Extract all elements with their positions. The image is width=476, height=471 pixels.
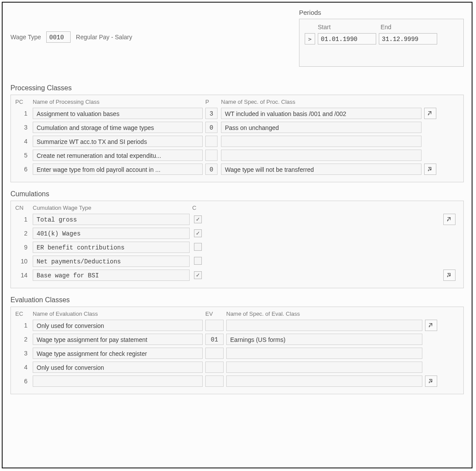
ec-name-field[interactable]: Only used for conversion xyxy=(33,362,203,373)
header-row: Wage Type 0010 Regular Pay - Salary Peri… xyxy=(10,9,464,67)
ec-header-ec: EC xyxy=(15,311,30,317)
periods-box: Start End > 01.01.1990 31.12.9999 xyxy=(299,19,464,67)
cu-name-field[interactable]: Total gross xyxy=(33,214,190,225)
cu-checkbox[interactable] xyxy=(194,243,202,251)
scroll-up-icon[interactable] xyxy=(424,108,436,119)
evaluation-class-row: 4Only used for conversion xyxy=(15,362,459,373)
cu-name-field[interactable]: Base wage for BSI xyxy=(33,270,190,281)
periods-start-label: Start xyxy=(318,24,376,31)
ec-number: 4 xyxy=(15,364,30,371)
cu-header-c: C xyxy=(192,205,207,211)
ec-ev-code-field[interactable] xyxy=(205,348,224,359)
ec-ev-code-field[interactable] xyxy=(205,362,224,373)
pc-spec-code-field[interactable]: 0 xyxy=(205,164,218,175)
ec-name-field[interactable] xyxy=(33,375,203,387)
ec-ev-code-field[interactable] xyxy=(205,375,224,387)
scroll-down-icon[interactable] xyxy=(443,270,456,281)
periods-row: > 01.01.1990 31.12.9999 xyxy=(305,33,458,44)
cumulation-row: 1Total gross xyxy=(15,214,459,225)
scroll-up-icon[interactable] xyxy=(443,214,456,225)
pc-spec-name-field[interactable]: WT included in valuation basis /001 and … xyxy=(221,108,422,119)
processing-class-row: 5Create net remuneration and total expen… xyxy=(15,150,459,161)
wage-type-name: Regular Pay - Salary xyxy=(76,34,132,41)
cumulation-row: 10Net payments/Deductions xyxy=(15,256,459,267)
ec-ev-code-field[interactable] xyxy=(205,320,224,331)
cu-checkbox[interactable] xyxy=(194,215,202,223)
cu-header-name: Cumulation Wage Type xyxy=(33,205,190,211)
pc-name-field[interactable]: Create net remuneration and total expend… xyxy=(33,150,203,161)
cu-checkbox[interactable] xyxy=(194,257,202,265)
cumulations-title: Cumulations xyxy=(10,190,464,198)
pc-spec-code-field[interactable]: 0 xyxy=(205,122,218,133)
cumulation-row: 9ER benefit contributions xyxy=(15,242,459,253)
period-start-input[interactable]: 01.01.1990 xyxy=(318,33,376,44)
processing-class-row: 6Enter wage type from old payroll accoun… xyxy=(15,164,459,175)
ec-spec-name-field[interactable]: Earnings (US forms) xyxy=(226,334,422,345)
pc-number: 5 xyxy=(15,152,30,159)
ec-spec-name-field[interactable] xyxy=(226,375,422,387)
cu-checkbox[interactable] xyxy=(194,229,202,237)
ec-name-field[interactable]: Wage type assignment for check register xyxy=(33,348,203,359)
pc-name-field[interactable]: Assignment to valuation bases xyxy=(33,108,203,119)
period-selector-button[interactable]: > xyxy=(305,33,315,44)
periods-end-label: End xyxy=(381,24,439,31)
cumulations-body: CN Cumulation Wage Type C 1Total gross24… xyxy=(10,201,464,288)
pc-name-field[interactable]: Summarize WT acc.to TX and SI periods xyxy=(33,136,203,147)
cu-checkbox[interactable] xyxy=(194,271,202,279)
scroll-down-icon[interactable] xyxy=(424,164,436,175)
processing-class-row: 1Assignment to valuation bases3WT includ… xyxy=(15,108,459,119)
processing-classes-header: PC Name of Processing Class P Name of Sp… xyxy=(15,99,459,105)
pc-number: 4 xyxy=(15,138,30,145)
pc-spec-name-field[interactable] xyxy=(221,150,422,161)
cumulation-row: 14Base wage for BSI xyxy=(15,270,459,281)
ec-number: 6 xyxy=(15,378,30,385)
scroll-down-icon[interactable] xyxy=(425,375,437,387)
processing-classes-body: PC Name of Processing Class P Name of Sp… xyxy=(10,95,464,182)
wage-type-block: Wage Type 0010 Regular Pay - Salary xyxy=(10,31,132,43)
cumulations-panel: Cumulations CN Cumulation Wage Type C 1T… xyxy=(10,190,464,288)
evaluation-class-row: 2Wage type assignment for pay statement0… xyxy=(15,334,459,345)
period-end-input[interactable]: 31.12.9999 xyxy=(379,33,437,44)
cu-name-field[interactable]: 401(k) Wages xyxy=(33,228,190,239)
cumulations-header: CN Cumulation Wage Type C xyxy=(15,205,459,211)
ec-spec-name-field[interactable] xyxy=(226,320,422,331)
processing-class-row: 3Cumulation and storage of time wage typ… xyxy=(15,122,459,133)
cu-number: 9 xyxy=(15,244,30,251)
evaluation-classes-title: Evaluation Classes xyxy=(10,296,464,304)
evaluation-classes-panel: Evaluation Classes EC Name of Evaluation… xyxy=(10,296,464,394)
pc-spec-name-field[interactable]: Wage type will not be transferred xyxy=(221,164,422,175)
cu-name-field[interactable]: ER benefit contributions xyxy=(33,242,190,253)
wage-type-label: Wage Type xyxy=(10,34,41,41)
cu-header-cn: CN xyxy=(15,205,30,211)
pc-header-name: Name of Processing Class xyxy=(33,99,203,105)
pc-spec-code-field[interactable] xyxy=(205,136,218,147)
pc-spec-name-field[interactable]: Pass on unchanged xyxy=(221,122,422,133)
ec-ev-code-field[interactable]: 01 xyxy=(205,334,224,345)
processing-classes-panel: Processing Classes PC Name of Processing… xyxy=(10,84,464,182)
pc-header-pc: PC xyxy=(15,99,30,105)
evaluation-class-row: 1Only used for conversion xyxy=(15,320,459,331)
ec-spec-name-field[interactable] xyxy=(226,348,422,359)
scroll-up-icon[interactable] xyxy=(425,320,437,331)
pc-spec-code-field[interactable]: 3 xyxy=(205,108,218,119)
cu-number: 14 xyxy=(15,272,30,279)
cu-number: 2 xyxy=(15,230,30,237)
ec-name-field[interactable]: Only used for conversion xyxy=(33,320,203,331)
cumulation-row: 2401(k) Wages xyxy=(15,228,459,239)
pc-name-field[interactable]: Enter wage type from old payroll account… xyxy=(33,164,203,175)
pc-name-field[interactable]: Cumulation and storage of time wage type… xyxy=(33,122,203,133)
ec-name-field[interactable]: Wage type assignment for pay statement xyxy=(33,334,203,345)
periods-panel: Periods Start End > 01.01.1990 31.12.999… xyxy=(299,9,464,67)
wage-type-code-input[interactable]: 0010 xyxy=(46,31,71,43)
pc-spec-code-field[interactable] xyxy=(205,150,218,161)
processing-classes-title: Processing Classes xyxy=(10,84,464,92)
cu-name-field[interactable]: Net payments/Deductions xyxy=(33,256,190,267)
ec-number: 2 xyxy=(15,336,30,343)
periods-title: Periods xyxy=(299,9,464,16)
pc-spec-name-field[interactable] xyxy=(221,136,422,147)
cu-number: 10 xyxy=(15,258,30,265)
ec-header-spec: Name of Spec. of Eval. Class xyxy=(226,311,422,317)
ec-spec-name-field[interactable] xyxy=(226,362,422,373)
ec-header-ev: EV xyxy=(205,311,224,317)
pc-header-p: P xyxy=(205,99,218,105)
